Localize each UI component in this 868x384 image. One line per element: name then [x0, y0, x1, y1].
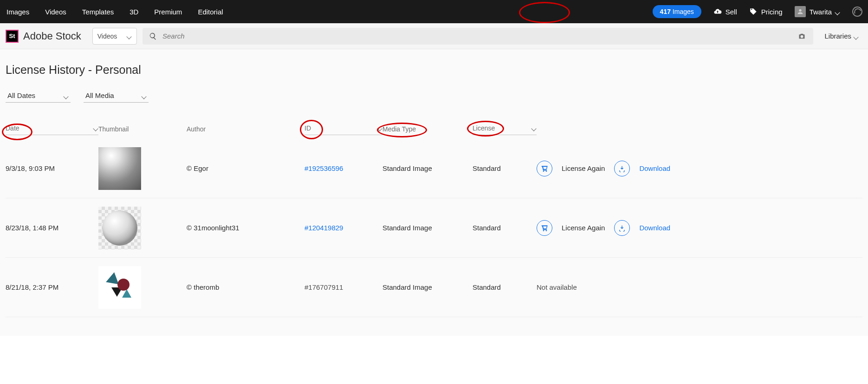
col-media-type: Media Type: [382, 125, 473, 133]
col-thumbnail: Thumbnail: [98, 125, 187, 133]
cell-license: Standard: [473, 164, 537, 172]
download-icon: [618, 224, 626, 232]
filter-dates[interactable]: All Dates: [6, 89, 71, 103]
brand-logo[interactable]: St Adobe Stock: [6, 30, 81, 43]
filter-media-value: All Media: [85, 91, 114, 99]
images-credit-button[interactable]: 417 Images: [653, 5, 701, 18]
col-thumbnail-label: Thumbnail: [98, 125, 129, 133]
cell-author: © 31moonlight31: [187, 224, 304, 232]
search-icon: [149, 32, 157, 40]
download-button[interactable]: [614, 161, 630, 176]
thumbnail[interactable]: [98, 207, 141, 249]
pricing-label: Pricing: [761, 8, 783, 16]
nav-images[interactable]: Images: [6, 8, 29, 16]
nav-editorial[interactable]: Editorial: [198, 8, 223, 16]
page-title: License History - Personal: [6, 63, 862, 77]
chevron-down-icon: [378, 126, 382, 130]
cell-actions: License AgainDownload: [537, 220, 862, 236]
table-row: 8/23/18, 1:48 PM© 31moonlight31#12041982…: [6, 198, 862, 258]
sell-label: Sell: [725, 8, 737, 16]
images-label: Images: [673, 8, 694, 15]
search-input[interactable]: [162, 32, 791, 40]
cell-id: #192536596: [304, 164, 382, 172]
cart-icon: [541, 165, 548, 172]
chevron-down-icon: [142, 93, 147, 98]
table-row: 8/21/18, 2:37 PM© theromb#176707911Stand…: [6, 258, 862, 317]
chevron-down-icon: [836, 9, 840, 14]
download-icon: [618, 165, 626, 172]
cell-author: © Egor: [187, 164, 304, 172]
col-date[interactable]: Date: [6, 123, 98, 135]
col-id-label: ID: [304, 124, 311, 132]
content-area: License History - Personal All Dates All…: [0, 49, 868, 336]
filters: All Dates All Media: [6, 89, 862, 103]
filter-dates-value: All Dates: [7, 91, 35, 99]
thumbnail[interactable]: [98, 147, 141, 190]
chevron-down-icon: [64, 93, 69, 98]
nav-templates[interactable]: Templates: [82, 8, 114, 16]
avatar: [795, 6, 806, 17]
cell-license: Standard: [473, 224, 537, 232]
sell-link[interactable]: Sell: [713, 7, 737, 16]
cell-actions: Not available: [537, 283, 862, 291]
license-again-button[interactable]: [537, 220, 552, 236]
cell-date: 9/3/18, 9:03 PM: [6, 164, 98, 172]
cell-thumbnail: [98, 147, 187, 190]
asset-id[interactable]: #120419829: [304, 224, 343, 232]
libraries-dropdown[interactable]: Libraries: [824, 32, 862, 40]
col-date-label: Date: [6, 124, 19, 132]
nav-right: 417 Images Sell Pricing Twarita: [653, 5, 862, 18]
camera-icon[interactable]: [797, 32, 807, 40]
asset-id[interactable]: #192536596: [304, 164, 343, 172]
cell-thumbnail: [98, 266, 187, 309]
chevron-down-icon: [532, 126, 537, 130]
pricing-link[interactable]: Pricing: [749, 7, 783, 16]
not-available-label: Not available: [537, 283, 577, 291]
license-again-label: License Again: [562, 224, 605, 232]
table-header: Date Thumbnail Author ID Media Type Lice…: [6, 119, 862, 139]
search-bar: St Adobe Stock Videos Libraries: [0, 23, 868, 49]
col-media-label: Media Type: [382, 125, 416, 133]
table-row: 9/3/18, 9:03 PM© Egor#192536596Standard …: [6, 139, 862, 198]
cell-date: 8/21/18, 2:37 PM: [6, 283, 98, 291]
filter-media[interactable]: All Media: [84, 89, 149, 103]
user-menu[interactable]: Twarita: [795, 6, 840, 17]
search-input-wrap: [143, 28, 814, 45]
search-category-dropdown[interactable]: Videos: [92, 28, 137, 45]
license-again-label: License Again: [562, 164, 605, 172]
col-author: Author: [187, 125, 304, 133]
col-license-label: License: [473, 124, 495, 132]
nav-videos[interactable]: Videos: [45, 8, 66, 16]
person-icon: [797, 8, 804, 15]
creative-cloud-icon[interactable]: [852, 7, 862, 17]
thumbnail[interactable]: [98, 266, 141, 309]
tag-icon: [749, 7, 758, 16]
cart-icon: [541, 224, 548, 232]
cell-actions: License AgainDownload: [537, 161, 862, 176]
brand-name: Adobe Stock: [23, 30, 81, 42]
cell-thumbnail: [98, 207, 187, 249]
cell-id: #120419829: [304, 224, 382, 232]
top-nav: Images Videos Templates 3D Premium Edito…: [0, 0, 868, 23]
col-id[interactable]: ID: [304, 123, 382, 135]
nav-left: Images Videos Templates 3D Premium Edito…: [6, 8, 223, 16]
images-count: 417: [660, 8, 671, 15]
cell-media-type: Standard Image: [382, 283, 473, 291]
page-root: { "topnav": { "items": ["Images", "Video…: [0, 0, 868, 336]
user-name: Twarita: [810, 8, 832, 16]
chevron-down-icon: [94, 126, 98, 130]
chevron-down-icon: [127, 34, 132, 39]
col-author-label: Author: [187, 125, 206, 133]
license-again-button[interactable]: [537, 161, 552, 176]
download-button[interactable]: [614, 220, 630, 236]
st-badge: St: [6, 30, 19, 43]
cell-author: © theromb: [187, 283, 304, 291]
download-label[interactable]: Download: [639, 164, 670, 172]
nav-3d[interactable]: 3D: [130, 8, 138, 16]
nav-premium[interactable]: Premium: [154, 8, 182, 16]
cell-media-type: Standard Image: [382, 164, 473, 172]
col-license[interactable]: License: [473, 123, 537, 135]
table-body: 9/3/18, 9:03 PM© Egor#192536596Standard …: [6, 139, 862, 317]
asset-id: #176707911: [304, 283, 343, 291]
download-label[interactable]: Download: [639, 224, 670, 232]
